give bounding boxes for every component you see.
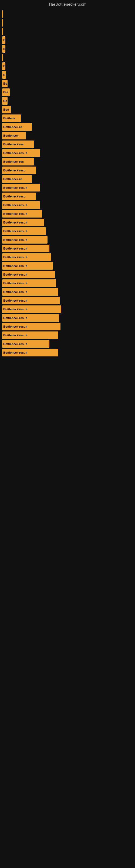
- bar: Bottleneck result: [2, 184, 40, 191]
- bar-row: Bottleneck result: [2, 245, 135, 252]
- bar-label: Bo: [3, 82, 7, 85]
- bar: B: [2, 45, 5, 53]
- bar-label: Bottleneck re: [3, 177, 22, 181]
- bar: Bottleneck result: [2, 210, 42, 218]
- bar-row: Bottleneck result: [2, 340, 135, 348]
- bar-label: Bottleneck result: [3, 238, 27, 241]
- bar-label: Bottleneck result: [3, 282, 27, 285]
- bar-row: Bottleneck res: [2, 158, 135, 165]
- bar-row: Bottleneck res: [2, 141, 135, 148]
- bar: [2, 19, 3, 27]
- bar-row: Bottleneck result: [2, 184, 135, 191]
- bar-label: Bottleneck res: [3, 143, 24, 146]
- bar: [2, 10, 3, 18]
- bar-label: Bottleneck result: [3, 316, 27, 319]
- bar: Bottleneck result: [2, 219, 44, 226]
- bar-row: Bottleneck result: [2, 332, 135, 339]
- bar-row: [2, 19, 135, 27]
- bar-row: B: [2, 45, 135, 53]
- bar-label: Bottleneck resu: [3, 195, 26, 198]
- bar-label: Bottleneck resu: [3, 169, 26, 172]
- bar-row: Bottleneck result: [2, 305, 135, 313]
- bar: Bottleneck result: [2, 149, 40, 157]
- bar: [2, 54, 3, 61]
- bar: Bottleneck resu: [2, 193, 36, 200]
- bar-row: Bo: [2, 97, 135, 105]
- bar: Bottleneck result: [2, 297, 60, 304]
- bar: Bottleneck result: [2, 271, 55, 278]
- bar-label: B: [3, 47, 5, 51]
- bar-label: B: [3, 65, 5, 68]
- bar: Bottleneck result: [2, 236, 48, 244]
- bar-row: Bot: [2, 88, 135, 96]
- bar-label: Bottleneck result: [3, 186, 27, 189]
- bar: Bottleneck result: [2, 288, 58, 296]
- bar: Bottleneck result: [2, 340, 49, 348]
- bar-row: Bottleneck re: [2, 123, 135, 131]
- bar-label: Bot: [3, 91, 8, 94]
- bar-label: Bottleneck result: [3, 221, 27, 224]
- bar: Bottleneck result: [2, 279, 56, 287]
- bar-label: B: [3, 73, 5, 76]
- bar-label: Bottlene: [3, 117, 15, 120]
- bar-row: Bottleneck result: [2, 219, 135, 226]
- bar: Bottleneck re: [2, 123, 32, 131]
- bar-row: Bottleneck result: [2, 297, 135, 304]
- bar-row: [2, 10, 135, 18]
- bar-row: Bottleneck result: [2, 236, 135, 244]
- bar: B: [2, 36, 5, 44]
- bar-row: B: [2, 36, 135, 44]
- bar-label: Bottleneck result: [3, 342, 27, 346]
- bar-label: Bottleneck result: [3, 229, 27, 233]
- bar-row: Bottleneck result: [2, 349, 135, 356]
- bar: Bottleneck result: [2, 245, 49, 252]
- bar-label: Bottleneck result: [3, 299, 27, 302]
- bar-row: B: [2, 62, 135, 70]
- bar-row: B: [2, 71, 135, 79]
- bar: Bottleneck re: [2, 175, 32, 183]
- bar: Bottleneck result: [2, 262, 53, 270]
- bar: Bottleneck result: [2, 227, 46, 235]
- bar-label: Bottleneck result: [3, 212, 27, 215]
- bar: Bottlene: [2, 115, 21, 122]
- bar-label: Bottleneck result: [3, 151, 27, 155]
- bar-label: Bottleneck result: [3, 290, 27, 293]
- bar: [2, 28, 3, 35]
- bar-row: Bottleneck result: [2, 314, 135, 322]
- bar-label: Bottleneck result: [3, 247, 27, 250]
- bar-label: Bott: [3, 108, 9, 111]
- bar-row: [2, 54, 135, 61]
- bar-row: Bo: [2, 80, 135, 87]
- bar-row: Bottleneck result: [2, 323, 135, 330]
- bar-label: Bottleneck result: [3, 351, 27, 354]
- bar: Bott: [2, 106, 11, 113]
- bar-row: [2, 28, 135, 35]
- bar-label: Bo: [3, 99, 7, 102]
- bar: Bottleneck result: [2, 332, 58, 339]
- bar-row: Bottleneck result: [2, 149, 135, 157]
- bar: Bottleneck result: [2, 305, 61, 313]
- bar: Bot: [2, 88, 10, 96]
- bar: B: [2, 71, 6, 79]
- bar-label: Bottleneck result: [3, 255, 27, 259]
- bar-row: Bottlene: [2, 115, 135, 122]
- bar: Bottleneck: [2, 132, 26, 140]
- bar: Bo: [2, 97, 8, 105]
- bar-label: Bottleneck: [3, 134, 18, 137]
- bar: Bo: [2, 80, 8, 87]
- bar: Bottleneck result: [2, 323, 60, 330]
- bar: Bottleneck resu: [2, 166, 36, 174]
- bar-row: Bottleneck result: [2, 227, 135, 235]
- bar-label: Bottleneck result: [3, 273, 27, 276]
- bar: Bottleneck result: [2, 253, 51, 261]
- bar-row: Bottleneck result: [2, 210, 135, 218]
- bar-label: B: [3, 38, 5, 42]
- bar-label: Bottleneck result: [3, 334, 27, 337]
- bar: B: [2, 62, 5, 70]
- bar-label: Bottleneck result: [3, 308, 27, 311]
- bar-row: Bottleneck: [2, 132, 135, 140]
- bar-label: Bottleneck result: [3, 204, 27, 207]
- bar-row: Bottleneck result: [2, 271, 135, 278]
- bar-label: Bottleneck res: [3, 160, 24, 163]
- bar: Bottleneck res: [2, 141, 34, 148]
